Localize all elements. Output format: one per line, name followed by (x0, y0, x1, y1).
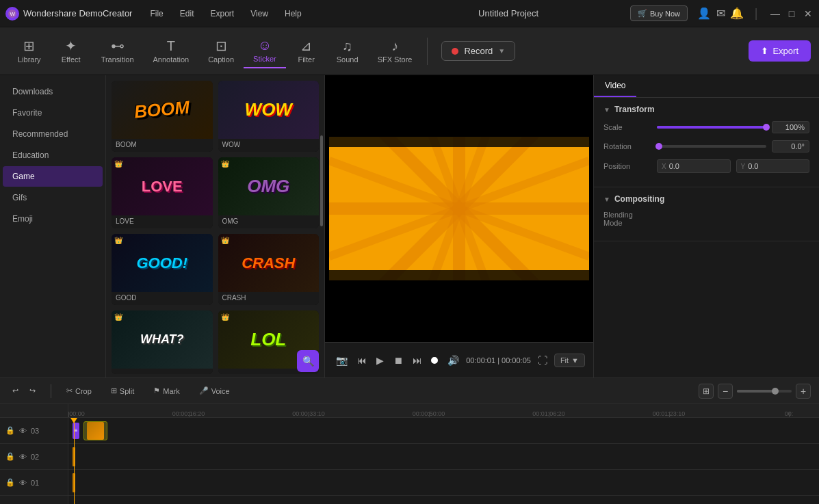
svg-text:W: W (10, 11, 16, 17)
toolbar-transition[interactable]: ⊷ Transition (92, 35, 144, 68)
next-frame-button[interactable]: ⏭ (410, 352, 425, 369)
tab-video[interactable]: Video (594, 75, 636, 97)
menu-help[interactable]: Help (278, 6, 309, 21)
menu-view[interactable]: View (244, 6, 275, 21)
ruler-mark-0: 00:00:00:00 (68, 410, 85, 417)
stop-button[interactable]: ⏹ (391, 352, 406, 369)
crop-button[interactable]: ✂ Crop (62, 384, 96, 397)
compositing-section: ▼ Compositing Blending Mode (594, 187, 819, 241)
preview-canvas (329, 137, 589, 280)
sidebar-item-game[interactable]: Game (3, 166, 103, 187)
maximize-button[interactable]: □ (786, 8, 797, 19)
voice-button[interactable]: 🎤 Voice (195, 384, 234, 397)
eye-icon[interactable]: 👁 (19, 479, 27, 487)
split-button[interactable]: ⊞ Split (107, 384, 138, 397)
user-icon[interactable]: 👤 (699, 8, 710, 19)
toolbar-sound[interactable]: ♫ Sound (327, 35, 368, 68)
sidebar-item-education[interactable]: Education (3, 145, 103, 165)
rotation-label: Rotation (603, 142, 651, 150)
lock-icon[interactable]: 🔒 (5, 478, 15, 487)
toolbar-caption[interactable]: ⊡ Caption (198, 35, 244, 68)
sidebar-item-downloads[interactable]: Downloads (3, 81, 103, 102)
transform-header[interactable]: ▼ Transform (603, 105, 809, 114)
scale-slider[interactable] (657, 126, 766, 129)
toolbar-filter[interactable]: ⊿ Filter (286, 35, 327, 68)
eye-icon[interactable]: 👁 (19, 427, 27, 435)
play-button[interactable]: ▶ (374, 352, 387, 369)
prev-frame-button[interactable]: ⏮ (354, 352, 369, 369)
screenshot-button[interactable]: 📷 (333, 352, 350, 369)
chevron-down-icon: ▼ (603, 106, 610, 114)
track-label-03: 🔒 👁 03 (0, 418, 68, 444)
menu-file[interactable]: File (143, 6, 170, 21)
toolbar-annotation[interactable]: T Annotation (144, 35, 199, 68)
record-button[interactable]: Record ▼ (441, 41, 515, 61)
volume-button[interactable]: 🔊 (445, 352, 462, 369)
sticker-omg-label: OMG (218, 215, 320, 228)
playhead-indicator (70, 418, 77, 423)
rotation-value: 0.0° (772, 140, 809, 152)
toolbar-effect[interactable]: ✦ Effect (51, 35, 92, 68)
fullscreen-button[interactable]: ⛶ (535, 352, 550, 369)
zoom-fit-button[interactable]: ⊞ (699, 384, 714, 399)
mail-icon[interactable]: ✉ (715, 8, 726, 19)
toolbar-sfx-store[interactable]: ♪ SFX Store (368, 35, 422, 68)
sticker-boom[interactable]: BOOM BOOM (112, 81, 213, 152)
voice-icon: 🎤 (199, 386, 209, 395)
rotation-slider[interactable] (657, 145, 766, 148)
toolbar-sticker[interactable]: ☺ Sticker (244, 34, 286, 68)
menu-export[interactable]: Export (203, 6, 241, 21)
sidebar-item-gifs[interactable]: Gifs (3, 187, 103, 208)
filter-label: Filter (298, 55, 314, 64)
toolbar-library[interactable]: ⊞ Library (8, 35, 51, 68)
crown-icon: 👑 (221, 237, 229, 244)
zoom-in-button[interactable]: + (796, 384, 811, 399)
redo-button[interactable]: ↪ (25, 384, 40, 397)
fit-button[interactable]: Fit ▼ (554, 354, 585, 367)
track-clip-sticker[interactable] (83, 421, 107, 440)
buy-now-button[interactable]: 🛒 Buy Now (630, 5, 688, 21)
transform-section: ▼ Transform Scale 100% Rotation (594, 98, 819, 187)
sidebar-item-favorite[interactable]: Favorite (3, 103, 103, 123)
sticker-what[interactable]: 👑 WHAT? (112, 310, 213, 374)
sticker-love[interactable]: 👑 LOVE LOVE (112, 157, 213, 228)
sticker-omg[interactable]: 👑 OMG OMG (218, 157, 320, 228)
close-button[interactable]: ✕ (803, 8, 814, 19)
progress-bar[interactable] (433, 359, 437, 362)
app-name: Wondershare DemoCreator (23, 8, 132, 18)
preview-viewport (325, 75, 593, 342)
sidebar-item-emoji[interactable]: Emoji (3, 209, 103, 229)
tracks-body: ≡ (68, 418, 819, 504)
sidebar-item-recommended[interactable]: Recommended (3, 124, 103, 144)
sticker-good[interactable]: 👑 GOOD! GOOD (112, 234, 213, 305)
logo-icon: W (5, 7, 19, 21)
bell-icon[interactable]: 🔔 (731, 8, 742, 19)
lock-icon[interactable]: 🔒 (5, 452, 15, 461)
sticker-boom-label: BOOM (112, 139, 213, 152)
undo-button[interactable]: ↩ (8, 384, 23, 397)
sticker-wow[interactable]: WOW WOW (218, 81, 320, 152)
time-display: 00:00:01 | 00:00:05 (466, 356, 531, 364)
zoom-out-button[interactable]: − (718, 384, 733, 399)
search-button[interactable]: 🔍 (297, 350, 319, 372)
compositing-header[interactable]: ▼ Compositing (603, 194, 809, 204)
eye-icon[interactable]: 👁 (19, 453, 27, 461)
menu-edit[interactable]: Edit (173, 6, 201, 21)
fit-chevron-icon: ▼ (571, 356, 579, 364)
sticker-wow-image: WOW (218, 81, 320, 139)
sticker-crash[interactable]: 👑 CRASH CRASH (218, 234, 320, 305)
sticker-boom-image: BOOM (112, 81, 213, 139)
export-button[interactable]: ⬆ Export (749, 40, 811, 62)
playhead[interactable] (74, 418, 75, 504)
lock-icon[interactable]: 🔒 (5, 426, 15, 435)
sound-icon: ♫ (342, 39, 352, 53)
minimize-button[interactable]: — (770, 8, 781, 19)
crown-icon: 👑 (114, 313, 122, 321)
zoom-slider[interactable] (737, 390, 792, 393)
crown-icon: 👑 (221, 313, 229, 321)
sticker-omg-image: 👑 OMG (218, 157, 320, 215)
sticker-wow-label: WOW (218, 139, 320, 152)
menu-bar: File Edit Export View Help (143, 6, 387, 21)
zoom-controls: ⊞ − + (699, 384, 811, 399)
mark-button[interactable]: ⚑ Mark (149, 384, 183, 397)
